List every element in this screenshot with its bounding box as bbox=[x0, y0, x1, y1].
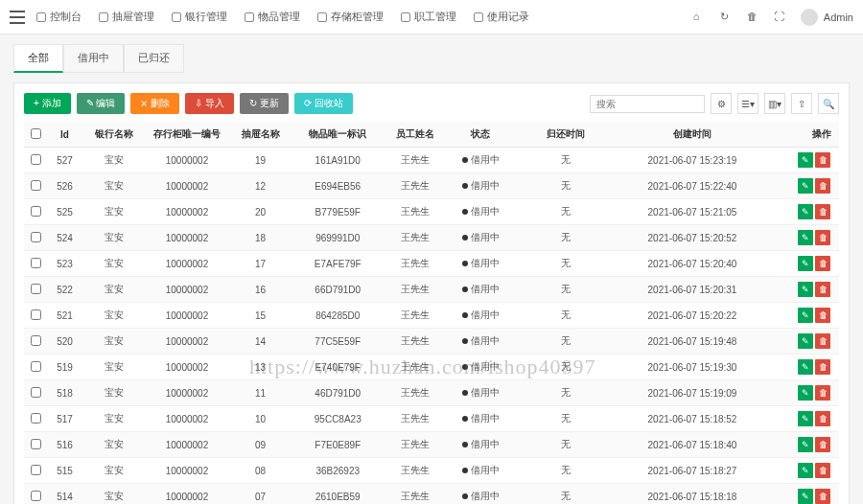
col-header[interactable]: 存行柜唯一编号 bbox=[147, 122, 228, 148]
status-dot-icon bbox=[462, 286, 468, 292]
cell-id: 523 bbox=[49, 251, 82, 277]
cell-emp: 王先生 bbox=[383, 380, 448, 406]
row-checkbox[interactable] bbox=[31, 180, 41, 191]
home-icon[interactable]: ⌂ bbox=[693, 11, 707, 24]
col-header[interactable]: 状态 bbox=[448, 122, 513, 148]
col-header[interactable]: 操作 bbox=[766, 122, 840, 148]
row-checkbox[interactable] bbox=[31, 491, 41, 501]
nav-item-5[interactable]: 职工管理 bbox=[401, 10, 456, 24]
row-delete-button[interactable]: 🗑 bbox=[815, 178, 830, 194]
refresh-icon[interactable]: ↻ bbox=[720, 11, 734, 24]
row-edit-button[interactable]: ✎ bbox=[798, 437, 813, 452]
select-all-checkbox[interactable] bbox=[31, 128, 41, 139]
row-edit-button[interactable]: ✎ bbox=[798, 308, 813, 323]
cell-emp: 王先生 bbox=[383, 355, 448, 380]
row-delete-button[interactable]: 🗑 bbox=[815, 489, 830, 504]
row-edit-button[interactable]: ✎ bbox=[798, 282, 813, 297]
row-delete-button[interactable]: 🗑 bbox=[815, 282, 830, 297]
nav-item-2[interactable]: 银行管理 bbox=[172, 10, 227, 24]
cell-bank: 宝安 bbox=[82, 458, 147, 484]
row-edit-button[interactable]: ✎ bbox=[798, 152, 813, 168]
columns-button[interactable]: ☰▾ bbox=[737, 93, 758, 114]
row-delete-button[interactable]: 🗑 bbox=[815, 437, 830, 452]
row-checkbox[interactable] bbox=[31, 413, 41, 424]
row-checkbox[interactable] bbox=[31, 258, 41, 268]
view-button[interactable]: ▥▾ bbox=[764, 93, 785, 114]
cell-id: 525 bbox=[49, 199, 82, 225]
row-checkbox[interactable] bbox=[31, 309, 41, 320]
search-input[interactable] bbox=[590, 95, 705, 113]
col-header[interactable]: 员工姓名 bbox=[383, 122, 448, 148]
nav-icon bbox=[172, 12, 181, 22]
cell-id: 519 bbox=[49, 355, 82, 380]
col-header[interactable]: 创建时间 bbox=[619, 122, 766, 148]
row-delete-button[interactable]: 🗑 bbox=[815, 385, 830, 401]
nav-item-0[interactable]: 控制台 bbox=[36, 10, 82, 24]
row-checkbox[interactable] bbox=[31, 465, 41, 475]
search-button[interactable]: 🔍 bbox=[818, 93, 839, 114]
cell-emp: 王先生 bbox=[383, 329, 448, 355]
nav-item-4[interactable]: 存储柜管理 bbox=[317, 10, 384, 24]
filter-button[interactable]: ⚙ bbox=[711, 93, 732, 114]
tab-2[interactable]: 已归还 bbox=[124, 44, 184, 73]
edit-button[interactable]: ✎ 编辑 bbox=[77, 93, 126, 114]
cell-uid: E694EB56 bbox=[293, 173, 384, 199]
row-edit-button[interactable]: ✎ bbox=[798, 204, 813, 219]
row-delete-button[interactable]: 🗑 bbox=[815, 256, 830, 271]
row-edit-button[interactable]: ✎ bbox=[798, 230, 813, 245]
row-delete-button[interactable]: 🗑 bbox=[815, 411, 830, 426]
col-header[interactable]: Id bbox=[49, 122, 82, 148]
row-edit-button[interactable]: ✎ bbox=[798, 333, 813, 349]
tab-1[interactable]: 借用中 bbox=[63, 44, 124, 73]
trash-icon[interactable]: 🗑 bbox=[747, 11, 760, 24]
cell-uid: F7E0E89F bbox=[293, 432, 384, 458]
row-edit-button[interactable]: ✎ bbox=[798, 489, 813, 504]
col-header[interactable]: 银行名称 bbox=[82, 122, 147, 148]
menu-toggle-icon[interactable] bbox=[10, 11, 25, 24]
nav-item-1[interactable]: 抽屉管理 bbox=[99, 10, 154, 24]
cell-created: 2021-06-07 15:20:22 bbox=[619, 303, 766, 329]
row-delete-button[interactable]: 🗑 bbox=[815, 230, 830, 245]
row-delete-button[interactable]: 🗑 bbox=[815, 152, 830, 168]
col-header[interactable]: 物品唯一标识 bbox=[293, 122, 384, 148]
cell-drawer: 12 bbox=[228, 173, 293, 199]
import-button[interactable]: ⇩ 导入 bbox=[185, 93, 234, 114]
row-edit-button[interactable]: ✎ bbox=[798, 359, 813, 375]
col-header[interactable]: 抽屉名称 bbox=[228, 122, 293, 148]
toolbar-right: ⚙ ☰▾ ▥▾ ⇧ 🔍 bbox=[590, 93, 839, 114]
col-header[interactable]: 归还时间 bbox=[513, 122, 619, 148]
row-checkbox[interactable] bbox=[31, 232, 41, 242]
row-checkbox[interactable] bbox=[31, 387, 41, 398]
row-edit-button[interactable]: ✎ bbox=[798, 463, 813, 478]
nav-item-3[interactable]: 物品管理 bbox=[245, 10, 300, 24]
row-checkbox[interactable] bbox=[31, 154, 41, 165]
row-delete-button[interactable]: 🗑 bbox=[815, 359, 830, 375]
recycle-button[interactable]: ⟳ 回收站 bbox=[294, 93, 353, 114]
row-delete-button[interactable]: 🗑 bbox=[815, 204, 830, 219]
refresh-button[interactable]: ↻ 更新 bbox=[240, 93, 289, 114]
cell-drawer: 11 bbox=[228, 380, 293, 406]
row-delete-button[interactable]: 🗑 bbox=[815, 463, 830, 478]
row-checkbox[interactable] bbox=[31, 361, 41, 372]
row-edit-button[interactable]: ✎ bbox=[798, 411, 813, 426]
table-row: 519宝安1000000213E740E79F王先生借用中无2021-06-07… bbox=[24, 355, 839, 380]
export-button[interactable]: ⇧ bbox=[791, 93, 812, 114]
fullscreen-icon[interactable]: ⛶ bbox=[774, 11, 787, 24]
row-edit-button[interactable]: ✎ bbox=[798, 385, 813, 401]
cell-drawer: 19 bbox=[228, 148, 293, 173]
row-checkbox[interactable] bbox=[31, 439, 41, 449]
status-dot-icon bbox=[462, 261, 468, 266]
delete-button[interactable]: ⨯ 删除 bbox=[130, 93, 179, 114]
nav-item-6[interactable]: 使用记录 bbox=[474, 10, 529, 24]
row-checkbox[interactable] bbox=[31, 284, 41, 294]
row-delete-button[interactable]: 🗑 bbox=[815, 308, 830, 323]
tab-0[interactable]: 全部 bbox=[13, 44, 63, 73]
row-checkbox[interactable] bbox=[31, 335, 41, 346]
add-button[interactable]: + 添加 bbox=[24, 93, 71, 114]
row-checkbox[interactable] bbox=[31, 206, 41, 217]
col-header[interactable] bbox=[24, 122, 49, 148]
row-edit-button[interactable]: ✎ bbox=[798, 178, 813, 194]
row-edit-button[interactable]: ✎ bbox=[798, 256, 813, 271]
row-delete-button[interactable]: 🗑 bbox=[815, 333, 830, 349]
user-menu[interactable]: Admin bbox=[801, 9, 853, 26]
